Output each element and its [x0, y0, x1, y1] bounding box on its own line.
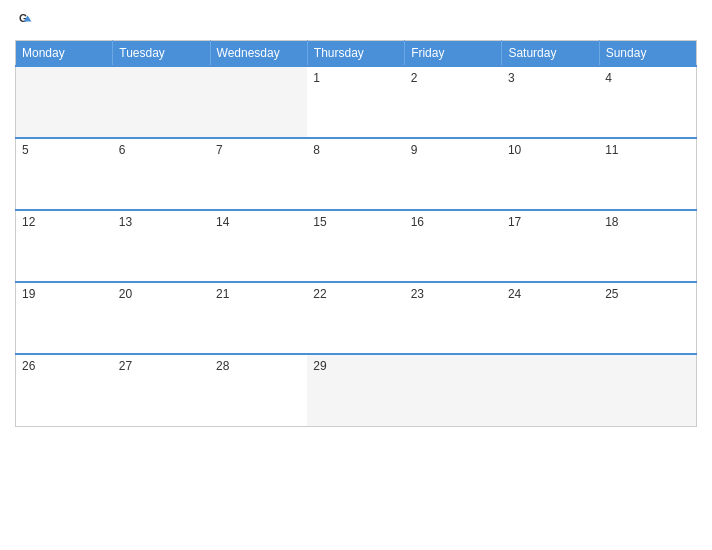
logo-icon: G — [19, 10, 37, 32]
calendar-cell: 9 — [405, 138, 502, 210]
day-number: 23 — [411, 287, 424, 301]
calendar-table: MondayTuesdayWednesdayThursdayFridaySatu… — [15, 40, 697, 427]
calendar-cell: 16 — [405, 210, 502, 282]
calendar-cell: 11 — [599, 138, 696, 210]
calendar-cell: 20 — [113, 282, 210, 354]
day-number: 29 — [313, 359, 326, 373]
week-row-5: 26272829 — [16, 354, 697, 426]
week-row-4: 19202122232425 — [16, 282, 697, 354]
day-number: 10 — [508, 143, 521, 157]
day-number: 28 — [216, 359, 229, 373]
day-number: 12 — [22, 215, 35, 229]
calendar-cell: 26 — [16, 354, 113, 426]
calendar-cell: 10 — [502, 138, 599, 210]
calendar-cell: 15 — [307, 210, 404, 282]
calendar-cell — [16, 66, 113, 138]
calendar-cell: 24 — [502, 282, 599, 354]
day-header-monday: Monday — [16, 41, 113, 67]
day-number: 3 — [508, 71, 515, 85]
day-number: 27 — [119, 359, 132, 373]
calendar-cell — [210, 66, 307, 138]
day-header-wednesday: Wednesday — [210, 41, 307, 67]
calendar-cell: 22 — [307, 282, 404, 354]
week-row-3: 12131415161718 — [16, 210, 697, 282]
day-number: 11 — [605, 143, 618, 157]
calendar-header: G — [15, 10, 697, 32]
calendar-cell: 6 — [113, 138, 210, 210]
day-number: 21 — [216, 287, 229, 301]
calendar-cell: 28 — [210, 354, 307, 426]
calendar-cell: 12 — [16, 210, 113, 282]
day-header-friday: Friday — [405, 41, 502, 67]
calendar-cell: 3 — [502, 66, 599, 138]
calendar-cell — [502, 354, 599, 426]
calendar-cell — [599, 354, 696, 426]
day-number: 22 — [313, 287, 326, 301]
calendar-cell: 8 — [307, 138, 404, 210]
logo: G — [19, 10, 39, 32]
week-row-1: 1234 — [16, 66, 697, 138]
day-number: 24 — [508, 287, 521, 301]
day-number: 18 — [605, 215, 618, 229]
day-number: 25 — [605, 287, 618, 301]
day-number: 16 — [411, 215, 424, 229]
day-header-saturday: Saturday — [502, 41, 599, 67]
days-header-row: MondayTuesdayWednesdayThursdayFridaySatu… — [16, 41, 697, 67]
calendar-cell: 13 — [113, 210, 210, 282]
day-number: 19 — [22, 287, 35, 301]
calendar-cell: 5 — [16, 138, 113, 210]
calendar-cell: 25 — [599, 282, 696, 354]
calendar-container: G MondayTuesdayWednesdayThursdayFridaySa… — [0, 0, 712, 550]
calendar-cell: 29 — [307, 354, 404, 426]
day-number: 4 — [605, 71, 612, 85]
day-header-thursday: Thursday — [307, 41, 404, 67]
day-number: 5 — [22, 143, 29, 157]
day-header-sunday: Sunday — [599, 41, 696, 67]
day-number: 2 — [411, 71, 418, 85]
calendar-cell: 19 — [16, 282, 113, 354]
calendar-cell: 7 — [210, 138, 307, 210]
calendar-cell: 1 — [307, 66, 404, 138]
day-number: 7 — [216, 143, 223, 157]
day-number: 20 — [119, 287, 132, 301]
day-number: 17 — [508, 215, 521, 229]
calendar-cell — [113, 66, 210, 138]
calendar-cell: 17 — [502, 210, 599, 282]
day-number: 14 — [216, 215, 229, 229]
calendar-cell: 23 — [405, 282, 502, 354]
calendar-cell: 2 — [405, 66, 502, 138]
day-number: 6 — [119, 143, 126, 157]
day-number: 8 — [313, 143, 320, 157]
day-number: 15 — [313, 215, 326, 229]
calendar-cell: 14 — [210, 210, 307, 282]
day-number: 13 — [119, 215, 132, 229]
day-header-tuesday: Tuesday — [113, 41, 210, 67]
calendar-cell — [405, 354, 502, 426]
day-number: 26 — [22, 359, 35, 373]
day-number: 1 — [313, 71, 320, 85]
calendar-cell: 27 — [113, 354, 210, 426]
calendar-cell: 18 — [599, 210, 696, 282]
calendar-cell: 21 — [210, 282, 307, 354]
day-number: 9 — [411, 143, 418, 157]
calendar-cell: 4 — [599, 66, 696, 138]
week-row-2: 567891011 — [16, 138, 697, 210]
